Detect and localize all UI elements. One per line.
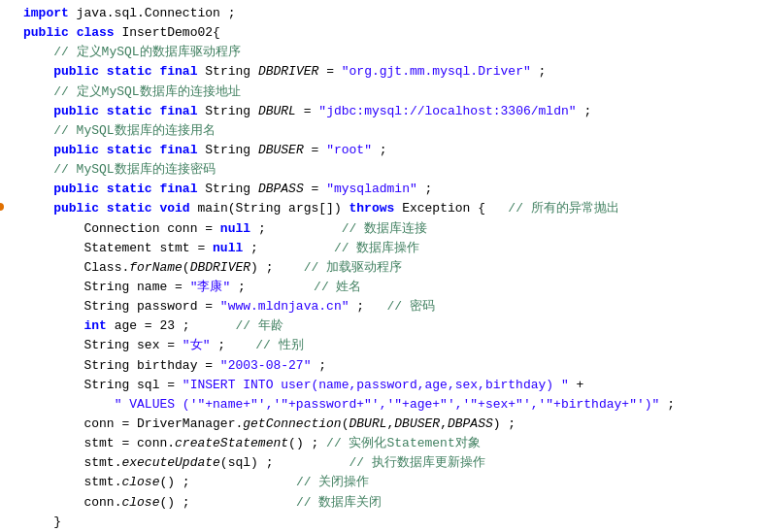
token-plain: ; (349, 299, 386, 314)
token-method: executeUpdate (121, 455, 219, 470)
token-kw: import (23, 6, 69, 20)
token-plain: String (197, 64, 257, 79)
token-str: "女" (183, 338, 211, 352)
code-line: } (0, 513, 765, 532)
code-line: public static final String DBPASS = "mys… (0, 180, 765, 199)
token-str: "org.gjt.mm.mysql.Driver" (342, 64, 531, 79)
token-cm: // 实例化Statement对象 (326, 436, 481, 450)
token-plain: String sex = (83, 338, 182, 352)
token-kw: class (77, 25, 115, 40)
line-content: public static void main(String args[]) t… (19, 199, 763, 218)
token-plain: Connection conn = (83, 221, 219, 236)
token-str: "2003-08-27" (220, 358, 312, 373)
token-plain: Exception { (394, 201, 508, 216)
token-kw: static (107, 64, 152, 79)
token-plain (99, 182, 107, 196)
token-plain: } (53, 515, 61, 529)
code-line: int age = 23 ; // 年龄 (0, 316, 765, 336)
line-content: public class InsertDemo02{ (19, 23, 763, 43)
token-italic-class: DBPASS (448, 416, 493, 431)
token-kw: int (83, 318, 106, 333)
code-line: stmt = conn.createStatement() ; // 实例化St… (0, 434, 765, 453)
token-plain (99, 64, 107, 79)
token-plain: String (197, 182, 257, 196)
code-line: Connection conn = null ; // 数据库连接 (0, 219, 765, 239)
token-method: close (121, 475, 159, 489)
code-line: public static final String DBUSER = "roo… (0, 141, 765, 160)
code-line: // 定义MySQL的数据库驱动程序 (0, 43, 765, 62)
line-content: stmt = conn.createStatement() ; // 实例化St… (19, 434, 763, 453)
token-cm: // 数据库关闭 (296, 495, 382, 510)
token-kw: throws (349, 201, 395, 216)
line-content: conn = DriverManager.getConnection(DBURL… (19, 415, 763, 434)
line-content: int age = 23 ; // 年龄 (19, 316, 763, 336)
token-plain: String password = (83, 299, 219, 314)
code-line: String sex = "女" ; // 性别 (0, 336, 765, 355)
token-plain: age = 23 ; (107, 318, 236, 333)
token-cm: // 关闭操作 (296, 475, 369, 489)
token-plain: ; (659, 397, 675, 412)
token-cm: // 加载驱动程序 (304, 260, 402, 275)
line-content: " VALUES ('"+name+"','"+password+"','"+a… (19, 395, 763, 415)
token-cm: // 定义MySQL的数据库驱动程序 (53, 45, 240, 59)
token-plain: Class. (83, 260, 129, 275)
line-content: public static final String DBDRIVER = "o… (19, 62, 763, 82)
token-kw: public (53, 64, 99, 79)
token-italic-class: DBUSER (258, 143, 304, 157)
token-str: " VALUES ('"+name+"','"+password+"', (115, 397, 387, 412)
token-plain: ; (243, 241, 334, 255)
line-content: Class.forName(DBDRIVER) ; // 加载驱动程序 (19, 258, 763, 278)
token-method: createStatement (175, 436, 288, 450)
line-content: String sex = "女" ; // 性别 (19, 336, 763, 355)
token-method: close (121, 495, 159, 510)
token-kw: public (53, 104, 99, 118)
token-plain: String (197, 143, 257, 157)
code-line: public static final String DBDRIVER = "o… (0, 62, 765, 82)
code-line: public static void main(String args[]) t… (0, 199, 765, 218)
token-plain: stmt. (83, 455, 121, 470)
token-cm: // 定义MySQL数据库的连接地址 (53, 84, 240, 99)
token-plain: conn = DriverManager. (83, 416, 243, 431)
token-plain: (sql) ; (220, 455, 349, 470)
token-plain: ; (210, 338, 255, 352)
line-content: } (19, 513, 763, 532)
token-cm: // MySQL数据库的连接密码 (53, 162, 215, 177)
code-line: conn.close() ; // 数据库关闭 (0, 493, 765, 513)
token-kw: void (159, 201, 189, 216)
token-kw: final (159, 182, 197, 196)
token-plain: java.sql.Connection ; (69, 6, 236, 20)
token-kw: static (107, 143, 152, 157)
code-editor: import java.sql.Connection ;public class… (0, 0, 765, 532)
token-method: getConnection (243, 416, 341, 431)
token-str: "INSERT INTO user(name,password,age,sex,… (183, 378, 569, 392)
token-cm: // 姓名 (314, 280, 361, 294)
token-plain: ; (577, 104, 592, 118)
code-line: import java.sql.Connection ; (0, 4, 765, 23)
token-italic-class: DBDRIVER (190, 260, 250, 275)
token-plain: String (197, 104, 257, 118)
token-kw: public (53, 143, 99, 157)
token-str: "root" (326, 143, 372, 157)
token-plain (99, 201, 107, 216)
token-plain: + (569, 378, 584, 392)
line-content: public static final String DBUSER = "roo… (19, 141, 763, 160)
line-content: public static final String DBURL = "jdbc… (19, 102, 763, 121)
token-kw: final (159, 104, 197, 118)
token-cm: // 数据库连接 (342, 221, 427, 236)
token-cm: // 所有的异常抛出 (508, 201, 618, 216)
token-italic-class: DBDRIVER (258, 64, 318, 79)
code-line: public static final String DBURL = "jdbc… (0, 102, 765, 121)
token-kw: static (107, 104, 152, 118)
token-cm: // MySQL数据库的连接用名 (53, 123, 215, 138)
token-plain: main(String args[]) (190, 201, 349, 216)
line-content: // MySQL数据库的连接密码 (19, 160, 763, 180)
token-plain: stmt. (83, 475, 121, 489)
line-content: Connection conn = null ; // 数据库连接 (19, 219, 763, 239)
token-plain (99, 104, 107, 118)
token-str: "李康" (190, 280, 231, 294)
token-plain: InsertDemo02{ (115, 25, 220, 40)
token-kw: public (23, 25, 69, 40)
token-plain: () ; (159, 475, 295, 489)
code-line: public class InsertDemo02{ (0, 23, 765, 43)
token-plain (99, 143, 107, 157)
